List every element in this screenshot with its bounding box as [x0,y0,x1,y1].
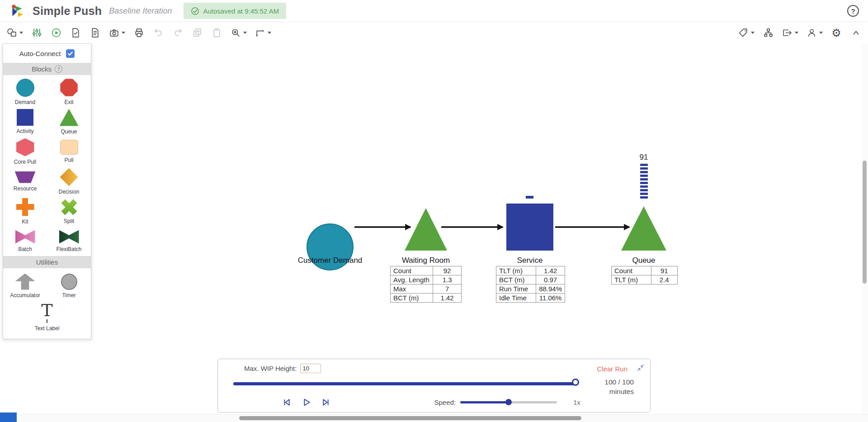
palette-block-batch[interactable]: Batch [3,226,47,256]
palette-block-split[interactable]: Split [47,196,91,226]
chevron-up-icon [850,27,862,38]
chevron-down-icon [19,32,23,34]
duplicate-icon [192,27,203,38]
activity-shape-icon [17,109,33,126]
tag-icon [738,27,749,38]
vertical-scrollbar-thumb[interactable] [863,161,867,284]
speed-slider[interactable] [460,401,557,403]
clear-run-link[interactable]: Clear Run [597,365,627,373]
play-circle-icon [51,27,62,38]
tags-button[interactable] [737,25,755,41]
horizontal-scrollbar-thumb[interactable] [239,416,581,420]
zoom-button[interactable] [229,25,248,41]
shapes-tool-button[interactable] [5,25,24,41]
block-label: Batch [18,246,32,252]
stat-row: Idle Time11.06% [496,294,565,303]
document-report-button[interactable] [88,25,102,41]
export-button[interactable] [781,25,799,41]
chevron-down-icon [795,32,798,34]
auto-connect-row: Auto-Connect [3,44,91,63]
node-label-customer-demand: Customer Demand [276,256,384,265]
palette-block-kit[interactable]: Kit [3,196,47,226]
palette-block-exit[interactable]: Exit [47,77,91,107]
node-label-service: Service [476,256,584,265]
run-progress-fill [233,382,574,385]
palette-block-decision[interactable]: Decision [47,166,91,196]
block-label: Accumulator [10,292,40,299]
palette-block-pull[interactable]: Pull [47,137,91,166]
camera-icon [108,27,120,38]
palette-block-queue[interactable]: Queue [47,107,91,137]
stat-row: TLT (m)2.4 [612,275,678,284]
run-progress-slider[interactable] [233,382,574,385]
queue-wip-stack [640,164,648,200]
screenshot-camera-button[interactable] [108,25,126,41]
redo-icon [172,27,184,38]
settings-button[interactable]: ⚙ [830,25,843,41]
stat-row: BCT (m)0.97 [496,275,565,284]
properties-sliders-button[interactable] [30,25,43,41]
blocks-header-label: Blocks [32,65,52,73]
palette-block-flexibatch[interactable]: FlexiBatch [47,226,91,256]
palette-utility-text-label[interactable]: T Text Label [3,301,91,332]
sliders-icon [31,27,42,38]
shapes-tool-icon [6,27,18,38]
palette-block-core-pull[interactable]: Core Pull [3,137,47,166]
chevron-down-icon [122,32,125,34]
printer-icon [133,27,145,38]
paste-button[interactable] [210,25,223,41]
hierarchy-icon [763,27,774,38]
toolbar-right-group: ⚙ [737,25,863,41]
blocks-grid: Demand Exit Activity Queue Core Pull Pul… [3,75,91,256]
speed-handle[interactable] [505,399,512,405]
undo-button[interactable] [151,25,165,41]
utilities-section-header: Utilities [3,256,91,268]
document-check-button[interactable] [69,25,82,41]
help-icon[interactable]: ? [847,5,859,17]
collapse-toolbar-button[interactable] [849,25,863,41]
playback-controls [279,395,333,409]
node-waiting-room[interactable] [405,208,447,251]
timer-shape-icon [61,274,77,290]
print-button[interactable] [132,25,146,41]
skip-to-end-button[interactable] [319,395,333,409]
collapse-panel-button[interactable] [636,363,646,373]
users-button[interactable] [805,25,824,41]
iteration-label: Baseline Iteration [109,6,172,16]
flexibatch-shape-icon [59,230,79,244]
block-label: Text Label [35,325,60,332]
auto-connect-checkbox[interactable] [66,49,75,58]
play-button[interactable] [299,395,313,409]
stat-row: Max7 [391,284,462,294]
chevron-down-icon [751,32,755,34]
block-label: Kit [22,218,28,225]
connector-style-button[interactable] [254,25,272,41]
stat-row: Count92 [391,266,462,275]
toolbar-left-group [5,25,272,41]
undo-icon [153,27,164,38]
stat-row: Count91 [612,266,678,275]
process-hierarchy-button[interactable] [761,25,775,41]
wip-height-input[interactable] [300,364,321,373]
node-service[interactable] [506,204,553,251]
utilities-grid: Accumulator Timer T Text Label [3,268,91,332]
node-queue[interactable] [621,206,666,251]
block-label: FlexiBatch [56,246,81,252]
kit-shape-icon [16,198,34,216]
palette-block-activity[interactable]: Activity [3,107,47,137]
wip-height-group: Max. WIP Height: [244,364,321,373]
duplicate-button[interactable] [190,25,204,41]
run-validate-button[interactable] [49,25,63,41]
palette-utility-accumulator[interactable]: Accumulator [3,271,47,301]
palette-block-demand[interactable]: Demand [3,77,47,107]
accumulator-shape-icon [15,274,35,290]
skip-to-start-button[interactable] [279,395,293,409]
speed-label: Speed: [422,398,456,406]
autosave-status-badge: Autosaved at 9:45:52 AM [184,3,286,19]
palette-block-resource[interactable]: Resource [3,166,47,196]
node-label-waiting-room: Waiting Room [372,256,480,265]
palette-utility-timer[interactable]: Timer [47,271,91,301]
progress-value: 100 / 100 [604,378,634,386]
redo-button[interactable] [171,25,184,41]
blocks-help-icon[interactable]: ? [55,65,62,73]
